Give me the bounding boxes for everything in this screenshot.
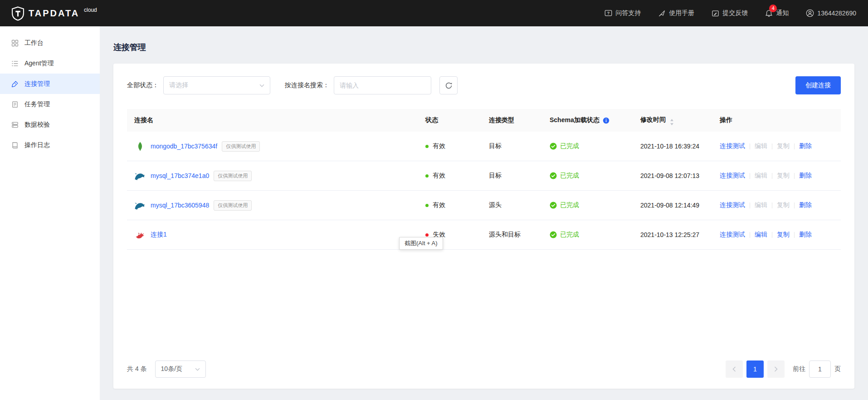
info-icon[interactable] — [603, 117, 610, 124]
create-connection-button[interactable]: 创建连接 — [795, 76, 841, 94]
edit-link: 编辑 — [755, 201, 767, 209]
data-server-icon — [11, 121, 19, 128]
topnav-feedback-label: 提交反馈 — [722, 9, 748, 17]
status-text: 有效 — [433, 201, 445, 209]
chevron-right-icon — [774, 366, 778, 372]
chevron-down-icon — [195, 368, 200, 371]
sidebar-item-tasks[interactable]: 任务管理 — [0, 94, 100, 114]
status-filter-select[interactable]: 请选择 — [163, 76, 270, 94]
sidebar-label-logs: 操作日志 — [24, 141, 50, 149]
workbench-grid-icon — [11, 40, 19, 47]
status-filter-label: 全部状态： — [127, 81, 159, 89]
filter-bar: 全部状态： 请选择 按连接名搜索： 创建连接 — [127, 76, 841, 94]
header-status: 状态 — [425, 116, 489, 124]
page-size-select[interactable]: 10条/页 — [155, 360, 206, 378]
connection-test-link[interactable]: 连接测试 — [720, 172, 745, 180]
action-separator — [772, 202, 772, 208]
mongodb-icon — [134, 140, 146, 152]
goto-page-input[interactable] — [809, 360, 831, 378]
search-filter-label: 按连接名搜索： — [285, 81, 329, 89]
header-connection-type: 连接类型 — [489, 116, 550, 124]
topnav-account[interactable]: 13644282690 — [806, 9, 856, 17]
mysql-icon — [134, 199, 146, 211]
logs-book-icon — [11, 142, 19, 149]
next-page-button[interactable] — [767, 360, 785, 378]
screenshot-tooltip: 截图(Alt + A) — [399, 237, 443, 250]
delete-link[interactable]: 删除 — [799, 142, 812, 150]
status-filter-placeholder: 请选择 — [169, 81, 188, 89]
test-only-badge: 仅供测试使用 — [222, 141, 260, 152]
action-separator — [794, 143, 795, 149]
delete-link[interactable]: 删除 — [799, 231, 812, 239]
header-operations: 操作 — [720, 116, 841, 124]
sidebar: 工作台 Agent管理 连接管理 任务管理 — [0, 26, 100, 400]
connection-type: 目标 — [489, 172, 550, 180]
sort-carets-icon[interactable] — [670, 119, 674, 125]
action-separator — [750, 202, 750, 208]
check-circle-icon — [550, 202, 557, 209]
user-icon — [806, 9, 814, 17]
topnav-feedback[interactable]: 提交反馈 — [712, 9, 748, 17]
chevron-down-icon — [259, 84, 264, 87]
main-content: 连接管理 全部状态： 请选择 按连接名搜索： — [100, 26, 868, 400]
pager: 1 — [726, 360, 785, 378]
delete-link[interactable]: 删除 — [799, 201, 812, 209]
account-phone-number: 13644282690 — [817, 10, 856, 17]
copy-link[interactable]: 复制 — [777, 231, 790, 239]
topnav-notifications[interactable]: 4 通知 — [765, 9, 789, 17]
connection-name-link[interactable]: mysql_17bc3605948 — [151, 202, 209, 209]
connection-test-link[interactable]: 连接测试 — [720, 142, 745, 150]
question-icon: ? — [605, 10, 612, 17]
modified-time: 2021-09-08 12:14:49 — [640, 202, 720, 209]
edit-link: 编辑 — [755, 142, 767, 150]
sidebar-label-connections: 连接管理 — [24, 80, 50, 88]
topnav-notifications-label: 通知 — [776, 9, 789, 17]
chevron-left-icon — [732, 366, 736, 372]
prev-page-button[interactable] — [726, 360, 743, 378]
header-connection-name: 连接名 — [127, 116, 425, 124]
delete-link[interactable]: 删除 — [799, 172, 812, 180]
mysql-icon — [134, 170, 146, 182]
schema-status-text: 已完成 — [560, 231, 579, 239]
brand-suffix: cloud — [84, 7, 97, 13]
sidebar-item-data-validation[interactable]: 数据校验 — [0, 114, 100, 135]
search-input[interactable] — [334, 76, 431, 94]
copy-link: 复制 — [777, 201, 790, 209]
header-time-label: 修改时间 — [640, 116, 666, 123]
header-modified-time: 修改时间 — [640, 116, 720, 125]
status-dot — [425, 204, 429, 207]
topnav-support[interactable]: ? 问答支持 — [605, 9, 641, 17]
connections-table: 连接名 状态 连接类型 Schema加载状态 修改时间 — [127, 109, 841, 250]
goto-label: 前往 — [793, 365, 805, 373]
topnav-manual[interactable]: 使用手册 — [658, 9, 694, 17]
connection-test-link[interactable]: 连接测试 — [720, 201, 745, 209]
action-separator — [772, 143, 772, 149]
page-number-button[interactable]: 1 — [746, 360, 764, 378]
copy-link: 复制 — [777, 172, 790, 180]
modified-time: 2021-10-18 16:39:24 — [640, 143, 720, 150]
sidebar-item-agent[interactable]: Agent管理 — [0, 53, 100, 74]
custom-connector-bird-icon — [134, 229, 146, 241]
sidebar-label-workbench: 工作台 — [24, 39, 44, 47]
sidebar-label-data-validation: 数据校验 — [24, 121, 50, 129]
connection-name-link[interactable]: 连接1 — [151, 231, 167, 239]
edit-link[interactable]: 编辑 — [755, 231, 767, 239]
refresh-button[interactable] — [439, 76, 458, 94]
tapdata-shield-icon — [12, 6, 24, 21]
sidebar-item-connections[interactable]: 连接管理 — [0, 74, 100, 94]
sidebar-item-workbench[interactable]: 工作台 — [0, 33, 100, 53]
brand-logo[interactable]: TAPDATA cloud — [12, 5, 97, 21]
connection-test-link[interactable]: 连接测试 — [720, 231, 745, 239]
action-separator — [794, 173, 795, 179]
connection-name-link[interactable]: mysql_17bc374e1a0 — [151, 172, 209, 179]
action-separator — [750, 143, 750, 149]
brand-name: TAPDATA — [29, 5, 79, 21]
copy-link: 复制 — [777, 142, 790, 150]
modified-time: 2021-09-08 12:07:13 — [640, 172, 720, 179]
table-header: 连接名 状态 连接类型 Schema加载状态 修改时间 — [127, 109, 841, 132]
sidebar-item-logs[interactable]: 操作日志 — [0, 135, 100, 155]
table-row: mysql_17bc374e1a0 仅供测试使用 有效 目标 已完成 — [127, 161, 841, 191]
connection-name-link[interactable]: mongodb_17bc375634f — [151, 143, 217, 150]
sidebar-label-tasks: 任务管理 — [24, 100, 50, 109]
modified-time: 2021-10-13 12:25:27 — [640, 231, 720, 238]
